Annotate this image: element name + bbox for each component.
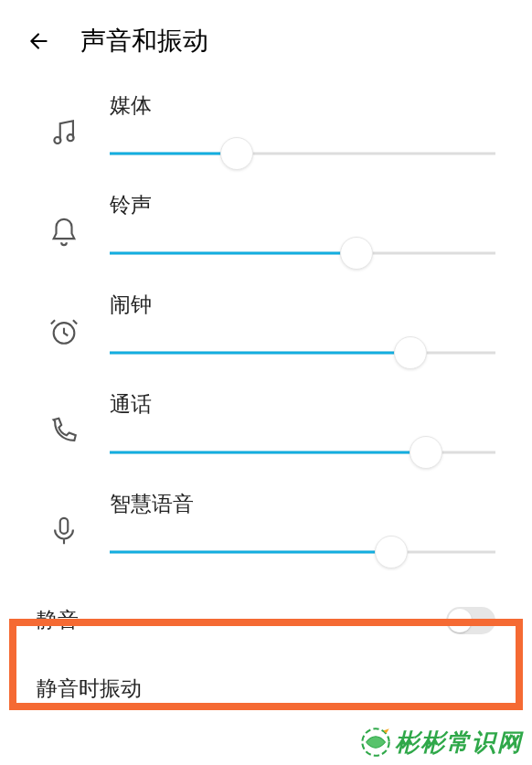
slider-voice: 智慧语音 <box>0 475 532 575</box>
mute-row: 静音 <box>0 586 532 654</box>
alarm-icon <box>37 316 91 347</box>
bell-icon <box>37 217 91 248</box>
back-button[interactable] <box>26 27 53 55</box>
phone-icon <box>37 416 91 447</box>
slider-alarm: 闹钟 <box>0 276 532 376</box>
vibrate-on-mute-row[interactable]: 静音时振动 <box>0 654 532 723</box>
slider-label: 闹钟 <box>110 291 495 319</box>
voice-slider[interactable] <box>110 538 495 566</box>
music-icon <box>37 117 91 148</box>
mute-toggle[interactable] <box>446 607 495 634</box>
slider-label: 媒体 <box>110 91 495 120</box>
page-title: 声音和振动 <box>80 24 208 58</box>
slider-label: 智慧语音 <box>110 490 495 518</box>
slider-label: 通话 <box>110 390 495 419</box>
globe-icon <box>356 723 395 761</box>
arrow-left-icon <box>27 29 51 53</box>
vibrate-on-mute-label: 静音时振动 <box>37 675 142 703</box>
watermark-text: 彬彬常识网 <box>395 727 523 759</box>
header: 声音和振动 <box>0 0 532 77</box>
ringtone-slider[interactable] <box>110 239 495 267</box>
slider-media: 媒体 <box>0 77 532 176</box>
slider-ringtone: 铃声 <box>0 176 532 276</box>
svg-rect-3 <box>60 518 69 534</box>
svg-point-1 <box>68 134 74 141</box>
media-slider[interactable] <box>110 140 495 167</box>
watermark: 彬彬常识网 <box>356 723 523 761</box>
mic-icon <box>37 515 91 547</box>
mute-label: 静音 <box>37 606 79 634</box>
alarm-slider[interactable] <box>110 339 495 367</box>
svg-point-0 <box>54 137 60 143</box>
toggle-knob <box>448 609 472 632</box>
slider-label: 铃声 <box>110 191 495 219</box>
slider-call: 通话 <box>0 376 532 475</box>
call-slider[interactable] <box>110 439 495 466</box>
